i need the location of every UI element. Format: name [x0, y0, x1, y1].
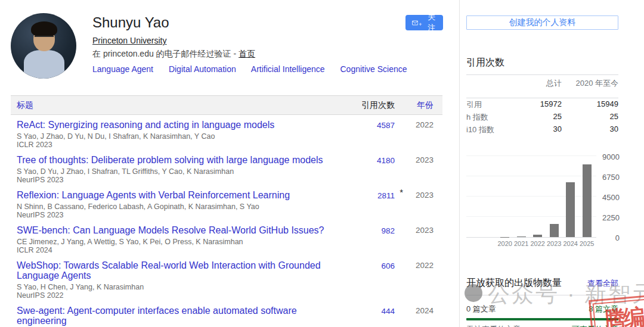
avatar-glasses [35, 36, 54, 41]
chart-xlabel: 2024 [562, 240, 579, 247]
profile-info: Shunyu Yao Princeton University 在 prince… [92, 14, 442, 74]
cited-by-count-link[interactable]: 2811 [377, 191, 395, 200]
publication-venue: ICLR 2024 [17, 246, 338, 254]
interest-link-artificial-intelligence[interactable]: Artificial Intelligence [251, 64, 325, 74]
publication-title-link[interactable]: WebShop: Towards Scalable Real-world Web… [17, 260, 338, 281]
follow-button-label: 关注 [426, 12, 437, 33]
divider [466, 295, 618, 295]
profile-name: Shunyu Yao [92, 14, 442, 31]
chart-bar-2023[interactable] [550, 224, 559, 237]
follow-button[interactable]: + 关注 [405, 15, 443, 30]
publication-year: 2023 [395, 225, 442, 235]
chart-bar-2021[interactable] [517, 236, 526, 237]
stat-since-value: 25 [562, 112, 618, 123]
chart-xlabel: 2021 [513, 240, 530, 247]
publications-table-header: 标题 引用次数 年份 [11, 95, 442, 115]
publication-row: WebShop: Towards Scalable Real-world Web… [11, 256, 442, 301]
stat-row-h-index: h 指数 25 25 [466, 111, 618, 123]
cited-by-count-link[interactable]: 606 [381, 261, 395, 270]
publication-venue: NeurIPS 2023 [17, 211, 338, 219]
citation-stats-table: 总计 2020 年至今 引用 15972 15949 h 指数 25 25 i1… [466, 75, 618, 136]
publication-year: 2024 [395, 306, 442, 316]
publication-row: Swe-agent: Agent-computer interfaces ena… [11, 301, 442, 327]
chart-yticks: 02250450067509000 [598, 157, 620, 238]
publication-venue: ICLR 2023 [17, 141, 338, 149]
chart-bar-2025[interactable] [583, 164, 592, 237]
cited-by-count-link[interactable]: 982 [381, 226, 395, 235]
vertical-divider [459, 0, 460, 327]
stat-label: i10 指数 [466, 124, 514, 135]
homepage-link[interactable]: 首页 [239, 49, 255, 58]
chart-bar-column: 2024 [562, 156, 579, 237]
email-verified-text: 在 princeton.edu 的电子邮件经过验证 - [92, 49, 239, 58]
plus-glyph: + [419, 21, 422, 27]
open-access-labels: 无法查看的文章 可查看的文章 [466, 324, 618, 327]
publications-table: 标题 引用次数 年份 ReAct: Synergizing reasoning … [11, 95, 442, 327]
publication-year: 2023 [395, 155, 442, 165]
view-all-link[interactable]: 查看全部 [587, 278, 618, 289]
publication-row: ReAct: Synergizing reasoning and acting … [11, 115, 442, 150]
column-header-title[interactable]: 标题 [11, 100, 338, 111]
avatar-shirt [24, 50, 64, 79]
publication-authors: N Shinn, B Cassano, Federico Labash, A G… [17, 203, 338, 211]
publication-row: Tree of thoughts: Deliberate problem sol… [11, 150, 442, 185]
publication-row: Reflexion: Language Agents with Verbal R… [11, 185, 442, 220]
chart-bar-2024[interactable] [566, 182, 575, 237]
column-header-cited-by[interactable]: 引用次数 [338, 100, 395, 111]
open-access-counts: 0 篇文章 8 篇文章 [466, 300, 618, 314]
cited-by-count-link[interactable]: 4587 [377, 121, 395, 130]
publication-row: SWE-bench: Can Language Models Resolve R… [11, 220, 442, 256]
publication-authors: S Yao, D Yu, J Zhao, I Shafran, TL Griff… [17, 167, 338, 176]
chart-plot: 202020212022202320242025 [466, 157, 596, 238]
profile-photo[interactable] [11, 13, 76, 79]
chart-bar-2022[interactable] [533, 235, 542, 237]
chart-ytick-label: 6750 [602, 173, 620, 182]
stat-since-value: 15949 [562, 99, 618, 110]
sidebar: 创建我的个人资料 引用次数 总计 2020 年至今 引用 15972 15949… [466, 15, 618, 327]
stat-row-i10-index: i10 指数 30 30 [466, 123, 618, 136]
stat-row-citations: 引用 15972 15949 [466, 98, 618, 111]
publication-year: 2022 [395, 120, 442, 130]
stat-total-value: 30 [514, 124, 562, 135]
stat-total-value: 15972 [514, 99, 562, 110]
publication-authors: S Yao, H Chen, J Yang, K Narasimhan [17, 283, 338, 291]
chart-ytick-label: 2250 [602, 213, 620, 222]
email-verified-line: 在 princeton.edu 的电子邮件经过验证 - 首页 [92, 49, 442, 60]
profile-header: Shunyu Yao Princeton University 在 prince… [11, 13, 442, 74]
create-profile-button[interactable]: 创建我的个人资料 [466, 15, 618, 30]
publication-title-link[interactable]: Swe-agent: Agent-computer interfaces ena… [17, 306, 338, 326]
chart-xlabel: 2023 [546, 240, 563, 247]
open-access-heading: 开放获取的出版物数量 [466, 277, 562, 289]
publication-title-link[interactable]: SWE-bench: Can Language Models Resolve R… [17, 225, 338, 235]
column-header-year[interactable]: 年份 [395, 100, 442, 111]
chart-bar-column: 2025 [579, 156, 596, 237]
affiliation-link[interactable]: Princeton University [92, 36, 167, 45]
stats-col-total: 总计 [514, 78, 562, 89]
envelope-plus-icon [412, 20, 418, 26]
cited-by-count-link[interactable]: 444 [381, 307, 395, 316]
publication-venue: NeurIPS 2022 [17, 291, 338, 300]
publication-year: 2022 [395, 260, 442, 270]
publication-title-link[interactable]: Tree of thoughts: Deliberate problem sol… [17, 155, 338, 165]
citation-star: * [400, 187, 403, 197]
citations-heading: 引用次数 [466, 57, 618, 69]
publication-title-link[interactable]: ReAct: Synergizing reasoning and acting … [17, 120, 338, 130]
chart-ytick-label: 4500 [602, 193, 620, 202]
publication-venue: NeurIPS 2023 [17, 176, 338, 184]
citation-stats-header-row: 总计 2020 年至今 [466, 75, 618, 92]
chart-bar-column: 2021 [513, 156, 530, 237]
available-articles-count[interactable]: 8 篇文章 [589, 304, 618, 314]
stats-col-since: 2020 年至今 [562, 78, 618, 89]
cited-by-count-link[interactable]: 4180 [377, 156, 395, 165]
chart-xlabel: 2025 [579, 240, 596, 247]
chart-xlabel: 2022 [530, 240, 546, 247]
interest-link-cognitive-science[interactable]: Cognitive Science [340, 64, 407, 74]
chart-bars: 202020212022202320242025 [497, 156, 595, 237]
interest-link-language-agent[interactable]: Language Agent [92, 64, 153, 74]
publication-title-link[interactable]: Reflexion: Language Agents with Verbal R… [17, 190, 338, 200]
interest-link-digital-automation[interactable]: Digital Automation [169, 64, 236, 74]
open-access-progress-bar [466, 318, 618, 320]
stat-label: 引用 [466, 99, 514, 110]
stat-total-value: 25 [514, 112, 562, 123]
open-access-header: 开放获取的出版物数量 查看全部 [466, 277, 618, 289]
